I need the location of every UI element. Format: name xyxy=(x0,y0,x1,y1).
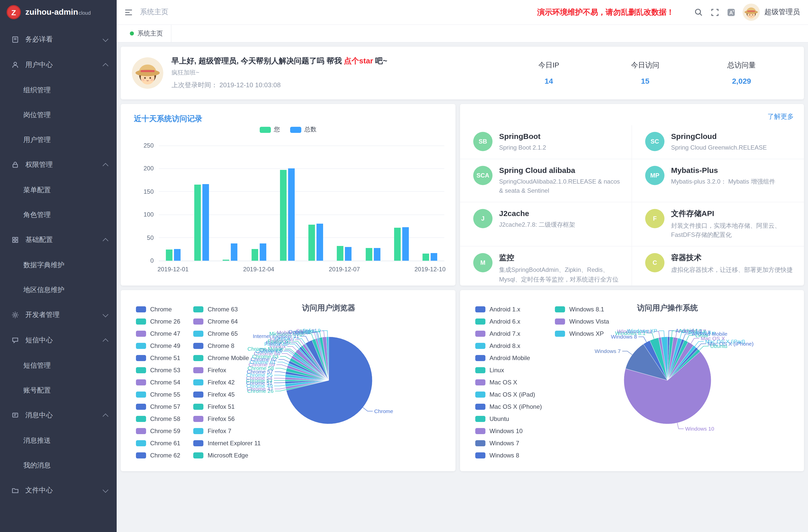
sidebar-subitem[interactable]: 岗位管理 xyxy=(0,103,117,127)
chevron-down-icon xyxy=(103,311,109,317)
legend-item-2[interactable]: Chrome 47 xyxy=(136,328,180,340)
legend-item-0[interactable]: 您 xyxy=(260,125,280,134)
sidebar-item-5[interactable]: 短信中心 xyxy=(0,328,117,353)
legend-swatch xyxy=(194,367,204,373)
sidebar-subitem[interactable]: 角色管理 xyxy=(0,202,117,227)
legend-item-8[interactable]: Mac OS X (iPhone) xyxy=(475,401,542,413)
legend-item-10[interactable]: Chrome 59 xyxy=(136,425,180,437)
legend-item-16[interactable]: Chrome 8 xyxy=(194,340,261,352)
sidebar-item-4[interactable]: 开发者管理 xyxy=(0,302,117,328)
legend-item-19[interactable]: Firefox 42 xyxy=(194,376,261,388)
legend-item-15[interactable]: Windows XP xyxy=(555,328,609,340)
star-link[interactable]: 点个star xyxy=(344,56,373,65)
logo-icon: Z xyxy=(6,5,21,19)
pie-label-line xyxy=(322,331,328,337)
legend-item-23[interactable]: Firefox 7 xyxy=(194,425,261,437)
sidebar-subitem[interactable]: 消息推送 xyxy=(0,428,117,453)
tab-home[interactable]: 系统主页 xyxy=(122,25,171,42)
sidebar-item-2[interactable]: 权限管理 xyxy=(0,152,117,178)
legend-swatch xyxy=(194,355,204,361)
legend-item-5[interactable]: Chrome 53 xyxy=(136,364,180,376)
legend-swatch xyxy=(475,355,485,361)
legend-swatch xyxy=(194,452,204,458)
pie-label-line xyxy=(275,368,286,370)
legend-item-0[interactable]: Android 1.x xyxy=(475,303,542,315)
sidebar-subitem[interactable]: 短信管理 xyxy=(0,353,117,378)
chevron-down-icon xyxy=(103,487,109,493)
legend-item-14[interactable]: Windows Vista xyxy=(555,315,609,328)
legend-item-1[interactable]: 总数 xyxy=(290,125,316,134)
legend-item-20[interactable]: Firefox 45 xyxy=(194,388,261,401)
sidebar-item-0[interactable]: 务必详看 xyxy=(0,27,117,52)
legend-item-9[interactable]: Chrome 58 xyxy=(136,413,180,425)
legend-item-1[interactable]: Android 6.x xyxy=(475,315,542,328)
pie-label-line xyxy=(622,351,632,355)
sidebar-item-1[interactable]: 用户中心 xyxy=(0,52,117,78)
tech-title: Spring Cloud alibaba xyxy=(499,166,622,174)
legend-item-10[interactable]: Windows 10 xyxy=(475,425,542,437)
legend-item-12[interactable]: Windows 8 xyxy=(475,450,542,461)
sidebar-subitem[interactable]: 账号配置 xyxy=(0,378,117,403)
legend-swatch xyxy=(555,331,565,337)
legend-item-18[interactable]: Firefox xyxy=(194,364,261,376)
legend-item-12[interactable]: Chrome 62 xyxy=(136,450,180,461)
pie-label-line xyxy=(274,375,285,375)
legend-item-7[interactable]: Mac OS X (iPad) xyxy=(475,388,542,401)
legend-item-11[interactable]: Chrome 61 xyxy=(136,437,180,450)
bar-group xyxy=(359,146,387,261)
sidebar-subitem[interactable]: 菜单配置 xyxy=(0,178,117,202)
chat-icon xyxy=(11,336,19,344)
legend-item-8[interactable]: Chrome 57 xyxy=(136,401,180,413)
search-icon[interactable] xyxy=(694,7,703,17)
legend-item-9[interactable]: Ubuntu xyxy=(475,413,542,425)
legend-item-15[interactable]: Chrome 65 xyxy=(194,328,261,340)
learn-more-link[interactable]: 了解更多 xyxy=(767,112,794,121)
bar-group xyxy=(216,146,244,261)
legend-label: Chrome 8 xyxy=(208,342,234,349)
fullscreen-icon[interactable] xyxy=(710,7,720,17)
sidebar-subitem[interactable]: 用户管理 xyxy=(0,127,117,152)
legend-item-6[interactable]: Chrome 54 xyxy=(136,376,180,388)
browser-legend: ChromeChrome 26Chrome 47Chrome 49Chrome … xyxy=(136,303,261,461)
legend-item-17[interactable]: Chrome Mobile xyxy=(194,352,261,364)
legend-item-14[interactable]: Chrome 64 xyxy=(194,315,261,328)
user-menu[interactable]: 超级管理员 xyxy=(742,3,800,21)
legend-label: Mac OS X (iPad) xyxy=(490,391,535,398)
legend-item-11[interactable]: Windows 7 xyxy=(475,437,542,450)
legend-item-2[interactable]: Android 7.x xyxy=(475,328,542,340)
legend-item-0[interactable]: Chrome xyxy=(136,303,180,315)
legend-item-22[interactable]: Firefox 56 xyxy=(194,413,261,425)
legend-label: 您 xyxy=(274,125,280,134)
legend-item-1[interactable]: Chrome 26 xyxy=(136,315,180,328)
sidebar-subitem[interactable]: 地区信息维护 xyxy=(0,277,117,302)
legend-item-3[interactable]: Chrome 49 xyxy=(136,340,180,352)
legend-swatch xyxy=(136,428,146,434)
legend-label: Firefox 42 xyxy=(208,379,235,386)
legend-swatch xyxy=(475,452,485,458)
bar-series-0 xyxy=(423,254,429,261)
sidebar-subitem[interactable]: 组织管理 xyxy=(0,78,117,103)
legend-label: Chrome 61 xyxy=(150,440,180,447)
sidebar-subitem[interactable]: 我的消息 xyxy=(0,453,117,478)
app-name-suffix: cloud xyxy=(79,10,91,16)
font-size-icon[interactable]: A + xyxy=(726,7,736,17)
tech-desc: Spring Boot 2.1.2 xyxy=(499,143,546,152)
sidebar-item-3[interactable]: 基础配置 xyxy=(0,227,117,253)
y-axis-label: 200 xyxy=(144,165,154,172)
legend-item-21[interactable]: Firefox 51 xyxy=(194,401,261,413)
sidebar-item-7[interactable]: 文件中心 xyxy=(0,478,117,503)
sidebar-item-6[interactable]: 消息中心 xyxy=(0,403,117,428)
legend-item-7[interactable]: Chrome 55 xyxy=(136,388,180,401)
legend-swatch xyxy=(475,367,485,373)
tech-item-0: SBSpringBootSpring Boot 2.1.2 xyxy=(460,125,632,159)
legend-item-25[interactable]: Microsoft Edge xyxy=(194,450,261,461)
legend-item-5[interactable]: Linux xyxy=(475,364,542,376)
legend-item-4[interactable]: Chrome 51 xyxy=(136,352,180,364)
menu-fold-icon[interactable] xyxy=(124,7,133,17)
grid-icon xyxy=(11,236,19,244)
sidebar-subitem[interactable]: 数据字典维护 xyxy=(0,253,117,277)
legend-item-3[interactable]: Android 8.x xyxy=(475,340,542,352)
legend-item-24[interactable]: Internet Explorer 11 xyxy=(194,437,261,450)
legend-item-4[interactable]: Android Mobile xyxy=(475,352,542,364)
legend-item-6[interactable]: Mac OS X xyxy=(475,376,542,388)
